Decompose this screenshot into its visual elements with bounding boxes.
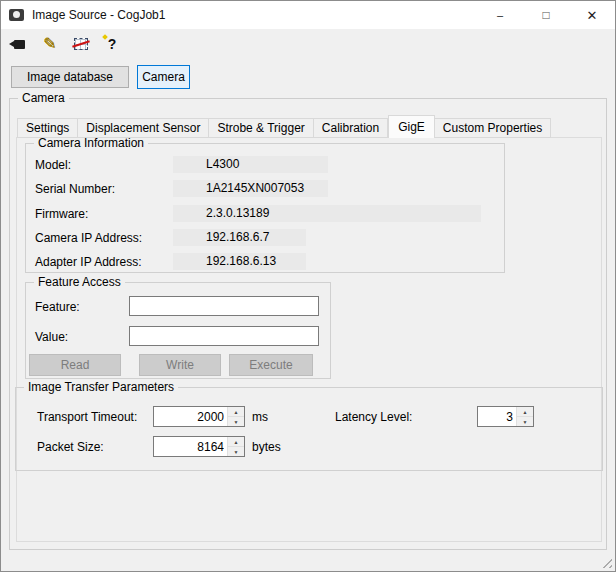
latency-level-arrows: ▲ ▼: [516, 407, 533, 426]
value-input[interactable]: [129, 326, 319, 346]
tab-custom-properties[interactable]: Custom Properties: [435, 118, 551, 138]
pencil-glyph: ✎: [43, 36, 56, 52]
packet-size-input[interactable]: [154, 437, 227, 456]
close-button[interactable]: ✕: [569, 1, 615, 29]
serial-number-value: 1A2145XN007053: [173, 180, 328, 197]
read-button[interactable]: Read: [29, 354, 121, 376]
adapter-ip-value: 192.168.6.13: [173, 253, 306, 270]
titlebar: Image Source - CogJob1 – □ ✕: [1, 1, 615, 29]
packet-size-label: Packet Size:: [37, 440, 104, 454]
serial-number-label: Serial Number:: [35, 182, 115, 196]
help-glyph: ?: [108, 37, 117, 51]
write-button[interactable]: Write: [139, 354, 221, 376]
camera-ip-value: 192.168.6.7: [173, 229, 306, 246]
tab-settings[interactable]: Settings: [17, 118, 78, 138]
camera-information-label: Camera Information: [34, 136, 148, 150]
latency-level-input[interactable]: [478, 407, 516, 426]
maximize-button[interactable]: □: [523, 1, 569, 29]
camera-icon[interactable]: [9, 34, 29, 54]
help-icon[interactable]: ?: [102, 34, 122, 54]
spin-up-icon[interactable]: ▲: [517, 407, 533, 417]
camera-groupbox-label: Camera: [18, 91, 69, 105]
resize-grip[interactable]: [599, 555, 612, 568]
image-database-button[interactable]: Image database: [11, 66, 129, 88]
spin-down-icon[interactable]: ▼: [228, 417, 244, 426]
pencil-setup-icon[interactable]: ✎: [40, 34, 60, 54]
feature-access-label: Feature Access: [34, 275, 125, 289]
tab-strobe-trigger[interactable]: Strobe & Trigger: [209, 118, 313, 138]
image-source-window: Image Source - CogJob1 – □ ✕ ✎ ? Image d…: [0, 0, 616, 572]
toolbar: ✎ ?: [1, 29, 615, 59]
window-icon[interactable]: [9, 9, 24, 21]
adapter-ip-label: Adapter IP Address:: [35, 255, 142, 269]
tabstrip: Settings Displacement Sensor Strobe & Tr…: [17, 115, 551, 138]
transport-timeout-stepper: ▲ ▼: [153, 406, 245, 427]
packet-size-stepper: ▲ ▼: [153, 436, 245, 457]
firmware-label: Firmware:: [35, 207, 88, 221]
model-value: L4300: [173, 156, 328, 173]
camera-ip-label: Camera IP Address:: [35, 231, 142, 245]
image-transfer-label: Image Transfer Parameters: [24, 380, 178, 394]
live-display-grid-icon[interactable]: [71, 34, 91, 54]
window-title: Image Source - CogJob1: [32, 8, 165, 22]
spin-up-icon[interactable]: ▲: [228, 437, 244, 447]
window-controls: – □ ✕: [477, 1, 615, 29]
grid-shape: [74, 38, 88, 50]
tab-gige[interactable]: GigE: [388, 115, 435, 138]
camera-button[interactable]: Camera: [137, 65, 190, 89]
latency-level-label: Latency Level:: [335, 410, 412, 424]
camera-icon-shape: [14, 40, 25, 49]
spin-down-icon[interactable]: ▼: [228, 447, 244, 456]
feature-label: Feature:: [35, 300, 80, 314]
packet-size-arrows: ▲ ▼: [227, 437, 244, 456]
transport-timeout-unit: ms: [252, 410, 268, 424]
packet-size-unit: bytes: [252, 440, 281, 454]
execute-button[interactable]: Execute: [229, 354, 313, 376]
value-label: Value:: [35, 330, 68, 344]
spin-down-icon[interactable]: ▼: [517, 417, 533, 426]
spin-up-icon[interactable]: ▲: [228, 407, 244, 417]
model-label: Model:: [35, 158, 71, 172]
transport-timeout-label: Transport Timeout:: [37, 410, 137, 424]
firmware-value: 2.3.0.13189: [173, 205, 481, 222]
latency-level-stepper: ▲ ▼: [477, 406, 534, 427]
tab-displacement-sensor[interactable]: Displacement Sensor: [78, 118, 209, 138]
tab-calibration[interactable]: Calibration: [314, 118, 388, 138]
minimize-button[interactable]: –: [477, 1, 523, 29]
feature-input[interactable]: [129, 296, 319, 316]
transport-timeout-input[interactable]: [154, 407, 227, 426]
transport-timeout-arrows: ▲ ▼: [227, 407, 244, 426]
image-transfer-groupbox: Image Transfer Parameters: [15, 387, 603, 471]
